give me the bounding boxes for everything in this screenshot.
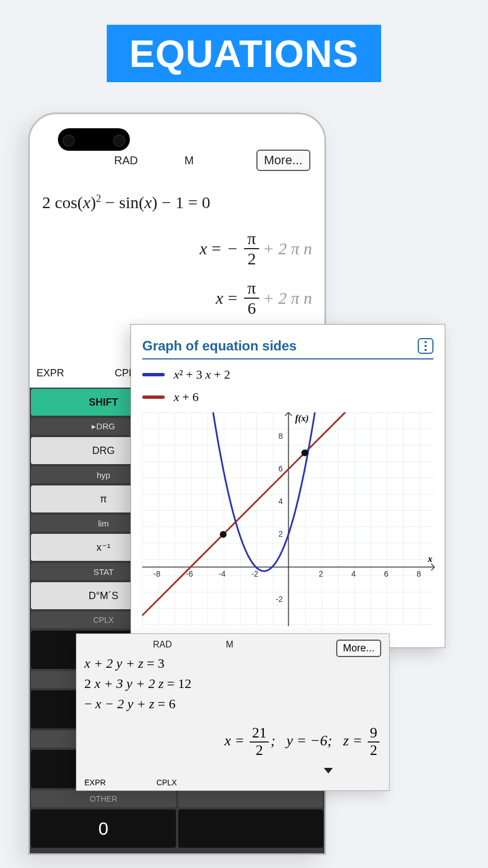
svg-text:4: 4: [278, 497, 283, 506]
memory-indicator: M: [184, 154, 194, 167]
tab-expr[interactable]: EXPR: [37, 367, 64, 379]
legend-expr-2: x + 6: [174, 390, 198, 404]
svg-text:6: 6: [278, 464, 283, 473]
input-equation: 2 cos(x)2 − sin(x) − 1 = 0: [42, 193, 312, 212]
lin-solution: x = 212; y = −6; z = 92: [84, 725, 381, 758]
svg-text:2: 2: [319, 569, 323, 578]
graph-menu-icon[interactable]: [418, 338, 433, 354]
legend-item-2: x + 6: [142, 390, 433, 404]
key-blank[interactable]: [178, 790, 323, 807]
key-blank[interactable]: [178, 809, 323, 848]
lin-tab-cplx[interactable]: CPLX: [156, 778, 177, 787]
lin-more-button[interactable]: More...: [336, 640, 381, 657]
lin-tabs: EXPR CPLX: [84, 778, 177, 787]
key-0[interactable]: 0: [31, 809, 176, 848]
key-other[interactable]: OTHER: [31, 790, 176, 807]
solution-1: x = − π2 + 2 π n: [42, 229, 312, 268]
svg-text:-8: -8: [153, 569, 161, 578]
lin-equations: x + 2 y + z = 3 2 x + 3 y + 2 z = 12 − x…: [84, 653, 381, 714]
mode-tabs: EXPR CPL: [30, 367, 134, 379]
lin-m-indicator: M: [226, 640, 233, 650]
angle-mode-indicator: RAD: [114, 154, 138, 167]
red-swatch-icon: [142, 395, 165, 399]
blue-swatch-icon: [142, 373, 165, 376]
svg-point-19: [301, 449, 308, 456]
graph-plot[interactable]: -8 -6 -4 -2 2 4 6 8 -2 -4 2 4 6 8 10: [142, 412, 435, 626]
svg-text:8: 8: [417, 569, 421, 578]
svg-text:8: 8: [278, 431, 283, 440]
lin-rad-indicator: RAD: [153, 640, 172, 650]
axis-x-label: x: [428, 554, 432, 564]
graph-title: Graph of equation sides: [142, 336, 433, 359]
equations-banner: EQUATIONS: [107, 25, 381, 82]
svg-text:-4: -4: [219, 569, 226, 578]
svg-text:-2: -2: [276, 595, 283, 604]
lin-tab-expr[interactable]: EXPR: [84, 778, 106, 787]
camera-pill: [58, 128, 130, 151]
legend-item-1: x² + 3 x + 2: [142, 367, 433, 382]
svg-point-18: [220, 531, 227, 538]
solution-2: x = π6 + 2 π n: [42, 278, 312, 318]
legend-expr-1: x² + 3 x + 2: [174, 367, 230, 382]
svg-text:4: 4: [351, 569, 356, 578]
svg-text:6: 6: [384, 569, 388, 578]
more-button[interactable]: More...: [256, 150, 310, 171]
dropdown-caret-icon[interactable]: [324, 768, 333, 773]
axis-fx-label: f(x): [295, 413, 309, 424]
lin-eq-3: − x − 2 y + z = 6: [84, 694, 381, 714]
svg-text:2: 2: [278, 529, 283, 538]
equation-display: 2 cos(x)2 − sin(x) − 1 = 0 x = − π2 + 2 …: [42, 193, 312, 328]
lin-eq-2: 2 x + 3 y + 2 z = 12: [84, 673, 381, 694]
linear-system-card: RAD M More... x + 2 y + z = 3 2 x + 3 y …: [76, 633, 390, 791]
graph-card: Graph of equation sides x² + 3 x + 2 x +…: [130, 324, 445, 648]
svg-text:-2: -2: [251, 569, 259, 578]
